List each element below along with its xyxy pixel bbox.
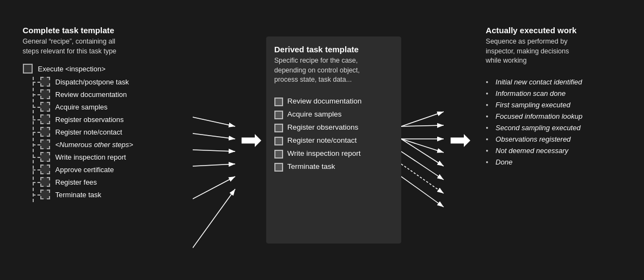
item-label: Terminate task xyxy=(56,191,102,199)
svg-line-0 xyxy=(193,117,235,126)
middle-panel: Derived task template Specific recipe fo… xyxy=(266,36,402,244)
svg-line-12 xyxy=(401,151,444,180)
left-panel: Complete task template General “recipe”,… xyxy=(15,20,193,260)
item-label: Register note/contact xyxy=(287,136,357,144)
left-tree: Dispatch/postpone task Review documentat… xyxy=(28,77,133,202)
item-label: Register note/contact xyxy=(56,128,122,136)
item-label: Write inspection report xyxy=(287,149,361,157)
middle-to-right-arrows xyxy=(401,20,445,260)
list-item: Focused information lookup xyxy=(486,112,582,120)
list-item: Not deemed necessary xyxy=(486,147,582,155)
item-box xyxy=(40,77,50,87)
list-item: Terminate task xyxy=(274,162,362,172)
right-panel: Actually executed work Sequence as perfo… xyxy=(475,20,629,260)
list-item: Observations registered xyxy=(486,135,582,143)
item-box xyxy=(40,152,50,162)
root-label: Execute <inspection> xyxy=(38,65,106,73)
middle-title: Derived task template xyxy=(274,45,359,54)
item-box xyxy=(274,137,283,145)
item-box xyxy=(40,114,50,124)
list-item: Initial new contact identified xyxy=(486,78,582,86)
item-label: First sampling executed xyxy=(495,101,570,109)
arrows-svg xyxy=(193,20,236,260)
right-desc: Sequence as performed byinspector, makin… xyxy=(486,37,569,66)
item-box xyxy=(274,163,283,172)
item-label: Acquire samples xyxy=(287,110,342,118)
list-item: Information scan done xyxy=(486,89,582,98)
middle-desc: Specific recipe for the case,depending o… xyxy=(274,56,360,85)
item-box xyxy=(40,177,50,187)
right-title: Actually executed work xyxy=(486,26,576,35)
right-list: Initial new contact identified Informati… xyxy=(486,78,582,169)
list-item: Terminate task xyxy=(28,190,133,199)
list-item: Register fees xyxy=(28,177,133,187)
list-item: Register note/contact xyxy=(274,136,362,145)
item-label: Second sampling executed xyxy=(495,124,580,132)
item-label: Review documentation xyxy=(56,90,127,99)
arrow-icon: ➡ xyxy=(240,127,262,153)
svg-line-11 xyxy=(401,139,444,166)
middle-list: Review documentation Acquire samples Reg… xyxy=(274,97,362,175)
svg-line-3 xyxy=(193,164,235,166)
list-item: Write inspection report xyxy=(28,152,133,162)
svg-line-10 xyxy=(401,139,444,153)
svg-line-1 xyxy=(193,133,235,139)
svg-line-7 xyxy=(401,112,444,126)
item-label: Done xyxy=(495,158,512,166)
item-box xyxy=(274,111,283,119)
list-item: Register note/contact xyxy=(28,127,133,137)
list-item: <Numerous other steps> xyxy=(28,139,133,149)
item-label: Acquire samples xyxy=(56,103,108,111)
svg-line-13 xyxy=(401,164,444,193)
list-item: Dispatch/postpone task xyxy=(28,77,133,87)
item-label: Not deemed necessary xyxy=(495,147,568,155)
svg-line-14 xyxy=(401,176,444,207)
item-label: Dispatch/postpone task xyxy=(56,78,129,86)
svg-line-8 xyxy=(401,125,444,126)
item-label: Register observations xyxy=(56,115,124,124)
item-label: Write inspection report xyxy=(56,153,126,161)
item-label: Register observations xyxy=(287,123,359,131)
big-arrow-2: ➡ xyxy=(445,127,475,153)
list-item: Acquire samples xyxy=(28,102,133,112)
item-box xyxy=(40,139,50,149)
item-label: Information scan done xyxy=(495,89,566,98)
list-item: Approve certificate xyxy=(28,165,133,174)
root-box xyxy=(23,64,33,74)
list-item: Acquire samples xyxy=(274,110,362,119)
arrows-svg-2 xyxy=(401,20,445,260)
list-item: Review documentation xyxy=(274,97,362,106)
left-to-middle-arrows xyxy=(193,20,236,260)
big-arrow-1: ➡ xyxy=(236,127,266,153)
svg-line-5 xyxy=(193,189,235,248)
arrow-icon: ➡ xyxy=(449,127,471,153)
item-box xyxy=(40,89,50,99)
item-box xyxy=(40,190,50,199)
svg-line-2 xyxy=(193,150,235,151)
list-item: First sampling executed xyxy=(486,101,582,109)
item-label: Observations registered xyxy=(495,135,571,143)
list-item: Second sampling executed xyxy=(486,124,582,132)
item-label: Register fees xyxy=(56,178,97,186)
list-item: Review documentation xyxy=(28,89,133,99)
item-label: Initial new contact identified xyxy=(495,78,582,86)
item-label: Approve certificate xyxy=(56,166,114,174)
item-box xyxy=(274,124,283,132)
item-label: Review documentation xyxy=(287,97,362,105)
item-box xyxy=(40,127,50,137)
item-box xyxy=(40,165,50,174)
list-item: Done xyxy=(486,158,582,166)
diagram: Complete task template General “recipe”,… xyxy=(9,7,635,273)
svg-line-4 xyxy=(193,176,235,199)
list-item: Write inspection report xyxy=(274,149,362,159)
left-desc: General “recipe”, containing allsteps re… xyxy=(23,37,116,56)
item-box xyxy=(274,150,283,159)
item-label: <Numerous other steps> xyxy=(56,141,133,149)
item-box xyxy=(40,102,50,112)
item-box xyxy=(274,98,283,106)
item-label: Terminate task xyxy=(287,162,335,171)
list-item: Register observations xyxy=(28,114,133,124)
tree-root: Execute <inspection> xyxy=(23,64,106,74)
list-item: Register observations xyxy=(274,123,362,132)
item-label: Focused information lookup xyxy=(495,112,582,120)
